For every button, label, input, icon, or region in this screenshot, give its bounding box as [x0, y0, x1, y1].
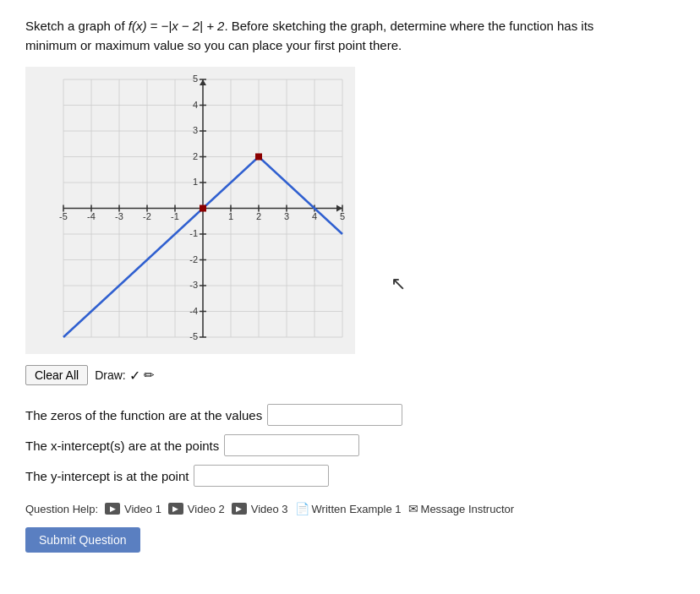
video2-play-icon: ▶: [168, 503, 183, 515]
y-intercept-row: The y-intercept is at the point: [25, 465, 675, 487]
draw-label: Draw: ✓ ✏: [95, 368, 155, 384]
video3-play-icon: ▶: [232, 503, 247, 515]
written-label: Written Example 1: [312, 503, 402, 515]
y-intercept-input[interactable]: [194, 465, 329, 487]
video2-label: Video 2: [188, 503, 225, 515]
message-label: Message Instructor: [421, 503, 515, 515]
graph-area[interactable]: [25, 67, 355, 354]
zeros-row: The zeros of the function are at the val…: [25, 404, 675, 426]
video1-label: Video 1: [124, 503, 161, 515]
video1-play-icon: ▶: [105, 503, 120, 515]
x-intercept-row: The x-intercept(s) are at the points: [25, 434, 675, 456]
written-example-link[interactable]: 📄 Written Example 1: [295, 502, 402, 515]
video3-link[interactable]: ▶ Video 3: [232, 503, 288, 515]
video2-link[interactable]: ▶ Video 2: [168, 503, 225, 515]
x-intercept-input[interactable]: [224, 434, 359, 456]
clear-all-button[interactable]: Clear All: [25, 365, 88, 385]
message-instructor-link[interactable]: ✉ Message Instructor: [408, 502, 515, 515]
document-icon: 📄: [295, 502, 309, 515]
problem-text: Sketch a graph of f(x) = −|x − 2| + 2. B…: [25, 17, 617, 55]
mail-icon: ✉: [408, 502, 418, 515]
video3-label: Video 3: [251, 503, 288, 515]
zeros-label: The zeros of the function are at the val…: [25, 408, 262, 422]
y-intercept-label: The y-intercept is at the point: [25, 469, 189, 483]
question-help-label: Question Help:: [25, 503, 98, 515]
graph-canvas[interactable]: [25, 67, 355, 354]
zeros-input[interactable]: [267, 404, 402, 426]
draw-pencil-icon: ✏: [144, 368, 155, 383]
draw-check-icon: ✓: [129, 368, 140, 384]
problem-prefix: Sketch a graph of: [25, 19, 129, 33]
submit-button[interactable]: Submit Question: [25, 527, 140, 553]
cursor-arrow-icon: ↖: [391, 273, 406, 295]
problem-function: f(x) = −|x − 2| + 2: [129, 19, 225, 33]
x-intercept-label: The x-intercept(s) are at the points: [25, 439, 219, 453]
video1-link[interactable]: ▶ Video 1: [105, 503, 161, 515]
help-row: Question Help: ▶ Video 1 ▶ Video 2 ▶ Vid…: [25, 502, 675, 515]
graph-controls: Clear All Draw: ✓ ✏: [25, 365, 675, 385]
questions-section: The zeros of the function are at the val…: [25, 404, 675, 487]
